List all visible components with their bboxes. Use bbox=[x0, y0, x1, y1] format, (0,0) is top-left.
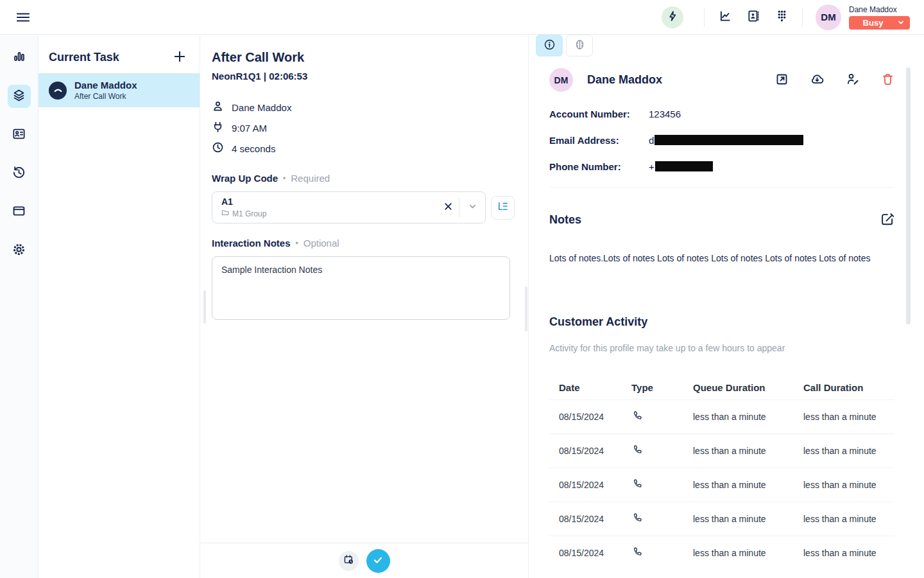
acw-start-time-row: 9:07 AM bbox=[212, 118, 528, 138]
email-row: Email Address: d bbox=[549, 134, 894, 146]
interaction-notes-bullet: • bbox=[296, 239, 298, 248]
notes-header: Notes bbox=[549, 211, 894, 228]
activity-table-header: Date Type Queue Duration Call Duration bbox=[549, 376, 894, 399]
lightning-icon bbox=[667, 10, 678, 24]
wrap-up-select-row: A1 M1 Group bbox=[212, 191, 528, 223]
status-dropdown[interactable]: Busy bbox=[849, 16, 910, 30]
wrap-up-tree-view-button[interactable] bbox=[491, 196, 515, 220]
open-contact-button[interactable] bbox=[775, 73, 789, 88]
nav-window-button[interactable] bbox=[8, 200, 31, 223]
notes-content: Lots of notes.Lots of notes Lots of note… bbox=[549, 252, 894, 265]
tasks-icon bbox=[12, 89, 26, 105]
tree-view-icon bbox=[497, 201, 508, 214]
cell-call-duration: less than a minute bbox=[803, 480, 894, 490]
interaction-notes-input[interactable]: Sample Interaction Notes bbox=[212, 256, 510, 320]
schedule-icon bbox=[343, 554, 354, 567]
cell-queue-duration: less than a minute bbox=[693, 480, 803, 490]
schedule-callback-button[interactable] bbox=[339, 551, 359, 571]
left-nav-rail bbox=[0, 35, 38, 578]
settings-icon bbox=[12, 243, 26, 259]
contact-fields: Account Number: 123456 Email Address: d … bbox=[549, 108, 894, 172]
phone-icon bbox=[631, 512, 693, 525]
column-date: Date bbox=[559, 382, 631, 393]
cell-date: 08/15/2024 bbox=[559, 446, 631, 456]
edit-notes-button[interactable] bbox=[880, 211, 894, 228]
nav-history-button[interactable] bbox=[8, 162, 31, 185]
phone-icon bbox=[631, 547, 693, 559]
contacts-icon bbox=[12, 127, 26, 143]
cell-date: 08/15/2024 bbox=[559, 480, 631, 490]
complete-task-button[interactable] bbox=[366, 549, 390, 573]
interaction-notes-label: Interaction Notes bbox=[212, 238, 291, 249]
tab-ai-insights[interactable] bbox=[566, 35, 593, 57]
table-row[interactable]: 08/15/2024 less than a minute less than … bbox=[549, 536, 894, 570]
phone-row: Phone Number: + bbox=[549, 161, 894, 172]
quick-actions-button[interactable] bbox=[662, 6, 683, 28]
address-book-button[interactable] bbox=[739, 4, 767, 30]
download-contact-button[interactable] bbox=[810, 72, 825, 89]
user-avatar[interactable]: DM bbox=[816, 4, 841, 30]
task-item-texts: Dane Maddox After Call Work bbox=[74, 80, 137, 101]
add-task-button[interactable] bbox=[171, 49, 188, 66]
phone-icon bbox=[631, 444, 693, 457]
wrap-up-dropdown-button[interactable] bbox=[459, 197, 485, 218]
dialpad-icon bbox=[776, 9, 788, 25]
wrap-up-selected: A1 M1 Group bbox=[221, 197, 437, 218]
account-number-label: Account Number: bbox=[549, 109, 649, 119]
contact-detail-panel: DM Dane Maddox bbox=[529, 35, 924, 578]
cell-call-duration: less than a minute bbox=[803, 446, 894, 456]
stats-icon bbox=[13, 50, 26, 66]
edit-notes-icon bbox=[880, 211, 894, 228]
wrap-up-bullet: • bbox=[283, 174, 286, 183]
nav-stats-button[interactable] bbox=[8, 46, 31, 69]
acw-title: After Call Work bbox=[212, 50, 528, 65]
interaction-notes-requirement: Optional bbox=[304, 238, 339, 249]
contact-section-divider bbox=[549, 187, 894, 188]
acw-contact-row: Dane Maddox bbox=[212, 97, 528, 118]
wrap-up-group: M1 Group bbox=[221, 209, 437, 218]
wrap-up-select[interactable]: A1 M1 Group bbox=[212, 191, 486, 223]
analytics-button[interactable] bbox=[711, 4, 739, 30]
person-icon bbox=[212, 100, 224, 114]
cell-date: 08/15/2024 bbox=[559, 412, 631, 422]
wrap-up-clear-button[interactable] bbox=[437, 197, 459, 218]
status-label: Busy bbox=[849, 18, 897, 28]
edit-contact-button[interactable] bbox=[846, 72, 860, 88]
task-item-subtitle: After Call Work bbox=[74, 92, 137, 101]
customer-activity-table: Date Type Queue Duration Call Duration 0… bbox=[549, 376, 894, 570]
check-icon bbox=[372, 554, 384, 568]
user-name: Dane Maddox bbox=[849, 5, 910, 14]
table-row[interactable]: 08/15/2024 less than a minute less than … bbox=[549, 399, 894, 434]
cell-queue-duration: less than a minute bbox=[693, 412, 803, 422]
contact-avatar: DM bbox=[549, 68, 573, 92]
wrap-up-requirement: Required bbox=[291, 173, 330, 184]
table-row[interactable]: 08/15/2024 less than a minute less than … bbox=[549, 434, 894, 468]
cell-call-duration: less than a minute bbox=[803, 548, 894, 558]
topbar-divider-2 bbox=[802, 8, 803, 27]
mid-panel-scrollbar-right[interactable] bbox=[525, 286, 527, 331]
nav-settings-button[interactable] bbox=[8, 239, 31, 262]
phone-redaction-bar bbox=[655, 161, 713, 171]
contact-panel-scrollbar[interactable] bbox=[906, 67, 911, 324]
account-number-value: 123456 bbox=[649, 109, 681, 119]
nav-tasks-button[interactable] bbox=[8, 85, 31, 108]
tab-contact-info[interactable] bbox=[536, 35, 563, 57]
phone-visible-prefix: + bbox=[649, 161, 654, 172]
table-row[interactable]: 08/15/2024 less than a minute less than … bbox=[549, 502, 894, 536]
table-row[interactable]: 08/15/2024 less than a minute less than … bbox=[549, 468, 894, 502]
acw-info-rows: Dane Maddox 9:07 AM 4 seconds bbox=[212, 97, 528, 159]
mid-panel-scrollbar-left[interactable] bbox=[203, 290, 206, 324]
wrap-up-group-label: M1 Group bbox=[232, 209, 266, 218]
menu-icon[interactable] bbox=[12, 6, 35, 29]
top-bar: DM Dane Maddox Busy bbox=[0, 0, 924, 35]
task-list-item[interactable]: Dane Maddox After Call Work bbox=[38, 73, 200, 107]
dialpad-button[interactable] bbox=[767, 4, 796, 30]
email-redaction-bar bbox=[654, 135, 803, 145]
activity-table-body: 08/15/2024 less than a minute less than … bbox=[549, 399, 894, 570]
current-task-title: Current Task bbox=[49, 51, 119, 64]
history-icon bbox=[12, 166, 26, 182]
delete-contact-button[interactable] bbox=[881, 73, 894, 88]
nav-contacts-button[interactable] bbox=[8, 123, 31, 146]
download-icon bbox=[810, 72, 825, 89]
account-number-row: Account Number: 123456 bbox=[549, 108, 894, 119]
